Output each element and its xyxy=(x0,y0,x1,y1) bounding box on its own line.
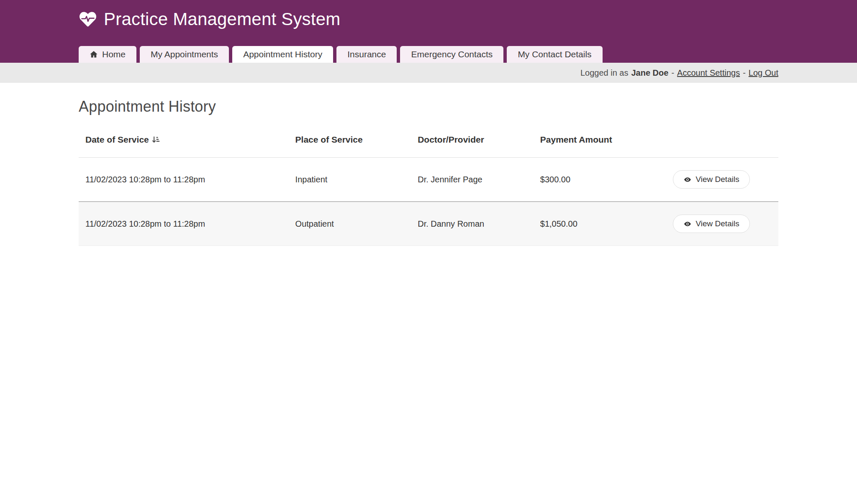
tab-label: My Appointments xyxy=(151,49,218,59)
column-header-actions xyxy=(666,127,778,158)
log-out-link[interactable]: Log Out xyxy=(749,68,778,78)
brand: Practice Management System xyxy=(79,9,340,29)
user-name: Jane Doe xyxy=(631,68,668,78)
tab-emergency-contacts[interactable]: Emergency Contacts xyxy=(400,46,503,63)
view-details-label: View Details xyxy=(695,219,739,228)
cell-date-of-service: 11/02/2023 10:28pm to 11:28pm xyxy=(79,202,289,246)
separator: - xyxy=(671,68,674,78)
main-content: Appointment History Date of Service Plac… xyxy=(79,83,778,246)
column-header-doctor-provider: Doctor/Provider xyxy=(411,127,534,158)
tab-label: Insurance xyxy=(347,49,386,59)
tab-label: Appointment History xyxy=(243,49,322,59)
sort-amount-down-icon xyxy=(151,136,160,144)
appointment-history-table: Date of Service Place of Service Doctor/… xyxy=(79,127,778,246)
home-icon xyxy=(90,50,98,59)
tab-label: Home xyxy=(102,49,126,59)
cell-payment-amount: $1,050.00 xyxy=(534,202,667,246)
account-settings-link[interactable]: Account Settings xyxy=(677,68,740,78)
column-header-place-of-service: Place of Service xyxy=(289,127,411,158)
cell-place-of-service: Inpatient xyxy=(289,158,411,202)
eye-icon xyxy=(683,221,692,227)
tab-my-contact-details[interactable]: My Contact Details xyxy=(507,46,602,63)
app-title: Practice Management System xyxy=(104,9,340,29)
eye-icon xyxy=(683,177,692,183)
column-header-payment-amount: Payment Amount xyxy=(534,127,667,158)
tab-insurance[interactable]: Insurance xyxy=(336,46,397,63)
column-header-date-of-service[interactable]: Date of Service xyxy=(79,127,289,158)
cell-doctor-provider: Dr. Danny Roman xyxy=(411,202,534,246)
table-header-row: Date of Service Place of Service Doctor/… xyxy=(79,127,778,158)
cell-date-of-service: 11/02/2023 10:28pm to 11:28pm xyxy=(79,158,289,202)
cell-payment-amount: $300.00 xyxy=(534,158,667,202)
tab-appointment-history[interactable]: Appointment History xyxy=(232,46,333,63)
table-row: 11/02/2023 10:28pm to 11:28pm Inpatient … xyxy=(79,158,778,202)
view-details-label: View Details xyxy=(695,175,739,184)
cell-doctor-provider: Dr. Jennifer Page xyxy=(411,158,534,202)
app-header: Practice Management System Home My Appoi… xyxy=(0,0,857,63)
tab-label: My Contact Details xyxy=(518,49,591,59)
view-details-button[interactable]: View Details xyxy=(673,215,749,233)
separator: - xyxy=(743,68,746,78)
user-bar: Logged in as Jane Doe - Account Settings… xyxy=(0,63,857,83)
logged-in-prefix: Logged in as xyxy=(580,68,629,78)
cell-place-of-service: Outpatient xyxy=(289,202,411,246)
main-nav: Home My Appointments Appointment History… xyxy=(79,46,603,63)
heartbeat-icon xyxy=(79,11,97,28)
tab-my-appointments[interactable]: My Appointments xyxy=(140,46,229,63)
table-row: 11/02/2023 10:28pm to 11:28pm Outpatient… xyxy=(79,202,778,246)
view-details-button[interactable]: View Details xyxy=(673,170,749,189)
tab-label: Emergency Contacts xyxy=(411,49,493,59)
page-title: Appointment History xyxy=(79,98,778,115)
tab-home[interactable]: Home xyxy=(79,46,136,63)
